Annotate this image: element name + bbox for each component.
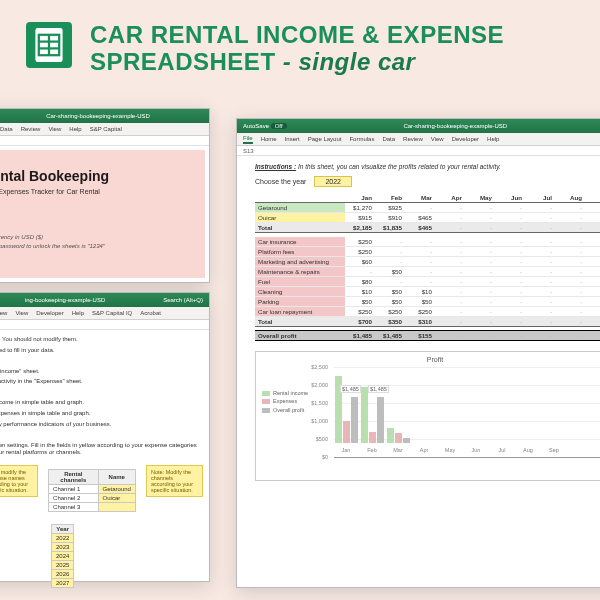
tab-data[interactable]: Data xyxy=(382,136,395,142)
ribbon: FormulasDataReviewViewHelpS&P Capital xyxy=(0,123,209,136)
profit-chart: Profit Rental income Expenses Overall pr… xyxy=(255,351,600,481)
ribbon[interactable]: File Home Insert Page Layout Formulas Da… xyxy=(237,133,600,146)
tab-pagelayout[interactable]: Page Layout xyxy=(308,136,342,142)
year-select[interactable]: 2022 xyxy=(314,176,352,187)
title-line2b: - single car xyxy=(276,48,416,75)
intro-sub: me and Expenses Tracker for Car Rental xyxy=(0,188,197,195)
titlebar: ing-bookeeping-example-USDSearch (Alt+Q) xyxy=(0,293,209,307)
product-title: CAR RENTAL INCOME & EXPENSE SPREADSHEET … xyxy=(90,22,504,76)
tab-help[interactable]: Help xyxy=(487,136,499,142)
choose-year-label: Choose the year xyxy=(255,178,306,185)
sheets-icon xyxy=(26,22,72,68)
instructions: Instructions : Instructions : In this sh… xyxy=(255,163,600,170)
tab-view[interactable]: View xyxy=(431,136,444,142)
intro-heading: r Rental Bookeeping xyxy=(0,168,197,184)
tab-formulas[interactable]: Formulas xyxy=(349,136,374,142)
note-box-left: Note: modify the expense names according… xyxy=(0,465,38,497)
titlebar: AutoSave Off Car-sharing-bookeeping-exam… xyxy=(237,119,600,133)
cell-ref xyxy=(0,320,209,330)
tab-home[interactable]: Home xyxy=(261,136,277,142)
channels-table: Rental channelsName Channel 1Getaround C… xyxy=(48,469,136,512)
screenshot-intro: AutoSaveCar-sharing-bookeeping-example-U… xyxy=(0,108,210,283)
note-box-right: Note: Modify the channels according to y… xyxy=(146,465,203,497)
note-password: Note: the password to unlock the sheets … xyxy=(0,242,197,251)
tab-developer[interactable]: Developer xyxy=(452,136,479,142)
tab-insert[interactable]: Insert xyxy=(285,136,300,142)
profit-table: JanFebMarAprMayJunJulAugSep Getaround$1,… xyxy=(255,193,600,341)
name-box[interactable]: S13 xyxy=(243,148,254,154)
tab-file[interactable]: File xyxy=(243,135,253,144)
tab-review[interactable]: Review xyxy=(403,136,423,142)
years-table: Year 2022 2023 2024 2025 2026 2027 xyxy=(51,524,74,588)
title-line1: CAR RENTAL INCOME & EXPENSE xyxy=(90,22,504,48)
note-currency: Note: Currency in USD ($) xyxy=(0,233,197,242)
titlebar: AutoSaveCar-sharing-bookeeping-example-U… xyxy=(0,109,209,123)
ribbon: DataReviewViewDeveloperHelpS&P Capital I… xyxy=(0,307,209,320)
screenshot-profit: AutoSave Off Car-sharing-bookeeping-exam… xyxy=(236,118,600,588)
screenshot-settings: ing-bookeeping-example-USDSearch (Alt+Q)… xyxy=(0,292,210,582)
title-line2a: SPREADSHEET xyxy=(90,48,276,75)
cell-ref xyxy=(0,136,209,146)
